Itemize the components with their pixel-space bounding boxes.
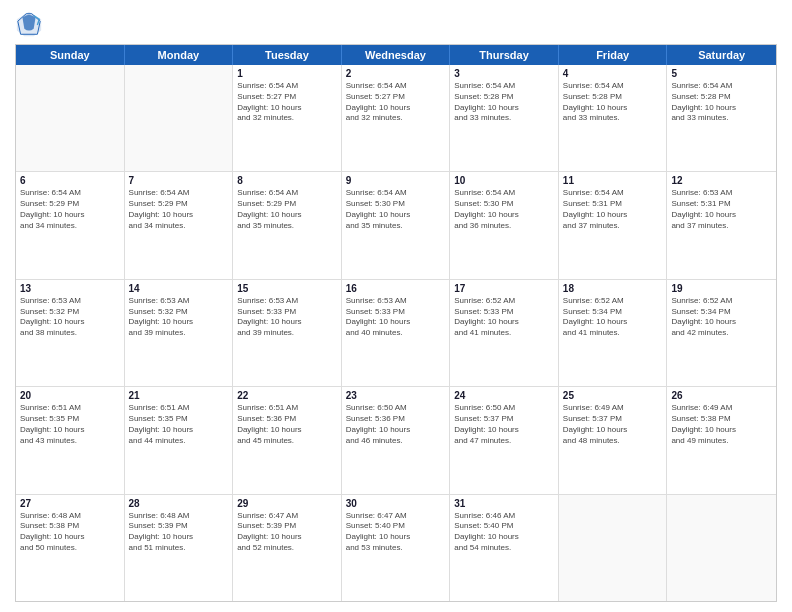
day-number: 7	[129, 175, 229, 186]
cal-cell: 29Sunrise: 6:47 AM Sunset: 5:39 PM Dayli…	[233, 495, 342, 601]
day-number: 4	[563, 68, 663, 79]
day-number: 20	[20, 390, 120, 401]
cal-cell	[667, 495, 776, 601]
day-number: 28	[129, 498, 229, 509]
cal-cell: 11Sunrise: 6:54 AM Sunset: 5:31 PM Dayli…	[559, 172, 668, 278]
day-number: 10	[454, 175, 554, 186]
cal-cell: 27Sunrise: 6:48 AM Sunset: 5:38 PM Dayli…	[16, 495, 125, 601]
day-info: Sunrise: 6:49 AM Sunset: 5:37 PM Dayligh…	[563, 403, 663, 446]
day-info: Sunrise: 6:54 AM Sunset: 5:29 PM Dayligh…	[20, 188, 120, 231]
cal-cell: 31Sunrise: 6:46 AM Sunset: 5:40 PM Dayli…	[450, 495, 559, 601]
header-day-friday: Friday	[559, 45, 668, 65]
day-info: Sunrise: 6:50 AM Sunset: 5:37 PM Dayligh…	[454, 403, 554, 446]
day-info: Sunrise: 6:50 AM Sunset: 5:36 PM Dayligh…	[346, 403, 446, 446]
day-number: 23	[346, 390, 446, 401]
cal-cell: 17Sunrise: 6:52 AM Sunset: 5:33 PM Dayli…	[450, 280, 559, 386]
day-info: Sunrise: 6:52 AM Sunset: 5:33 PM Dayligh…	[454, 296, 554, 339]
day-number: 9	[346, 175, 446, 186]
cal-cell: 9Sunrise: 6:54 AM Sunset: 5:30 PM Daylig…	[342, 172, 451, 278]
cal-cell	[16, 65, 125, 171]
day-info: Sunrise: 6:54 AM Sunset: 5:29 PM Dayligh…	[129, 188, 229, 231]
cal-cell: 18Sunrise: 6:52 AM Sunset: 5:34 PM Dayli…	[559, 280, 668, 386]
cal-cell: 20Sunrise: 6:51 AM Sunset: 5:35 PM Dayli…	[16, 387, 125, 493]
logo-icon	[15, 10, 43, 38]
cal-cell	[125, 65, 234, 171]
cal-cell: 4Sunrise: 6:54 AM Sunset: 5:28 PM Daylig…	[559, 65, 668, 171]
day-info: Sunrise: 6:51 AM Sunset: 5:35 PM Dayligh…	[20, 403, 120, 446]
day-number: 31	[454, 498, 554, 509]
day-number: 6	[20, 175, 120, 186]
day-info: Sunrise: 6:47 AM Sunset: 5:40 PM Dayligh…	[346, 511, 446, 554]
day-info: Sunrise: 6:54 AM Sunset: 5:27 PM Dayligh…	[346, 81, 446, 124]
week-row-3: 13Sunrise: 6:53 AM Sunset: 5:32 PM Dayli…	[16, 280, 776, 387]
week-row-4: 20Sunrise: 6:51 AM Sunset: 5:35 PM Dayli…	[16, 387, 776, 494]
day-info: Sunrise: 6:54 AM Sunset: 5:28 PM Dayligh…	[563, 81, 663, 124]
header-day-tuesday: Tuesday	[233, 45, 342, 65]
week-row-5: 27Sunrise: 6:48 AM Sunset: 5:38 PM Dayli…	[16, 495, 776, 601]
day-info: Sunrise: 6:54 AM Sunset: 5:27 PM Dayligh…	[237, 81, 337, 124]
day-number: 11	[563, 175, 663, 186]
cal-cell: 23Sunrise: 6:50 AM Sunset: 5:36 PM Dayli…	[342, 387, 451, 493]
page: SundayMondayTuesdayWednesdayThursdayFrid…	[0, 0, 792, 612]
day-number: 5	[671, 68, 772, 79]
day-info: Sunrise: 6:51 AM Sunset: 5:36 PM Dayligh…	[237, 403, 337, 446]
cal-cell: 30Sunrise: 6:47 AM Sunset: 5:40 PM Dayli…	[342, 495, 451, 601]
week-row-2: 6Sunrise: 6:54 AM Sunset: 5:29 PM Daylig…	[16, 172, 776, 279]
header-day-monday: Monday	[125, 45, 234, 65]
cal-cell: 5Sunrise: 6:54 AM Sunset: 5:28 PM Daylig…	[667, 65, 776, 171]
day-info: Sunrise: 6:49 AM Sunset: 5:38 PM Dayligh…	[671, 403, 772, 446]
cal-cell: 24Sunrise: 6:50 AM Sunset: 5:37 PM Dayli…	[450, 387, 559, 493]
cal-cell: 6Sunrise: 6:54 AM Sunset: 5:29 PM Daylig…	[16, 172, 125, 278]
day-info: Sunrise: 6:52 AM Sunset: 5:34 PM Dayligh…	[563, 296, 663, 339]
day-info: Sunrise: 6:54 AM Sunset: 5:30 PM Dayligh…	[454, 188, 554, 231]
day-info: Sunrise: 6:54 AM Sunset: 5:29 PM Dayligh…	[237, 188, 337, 231]
day-number: 30	[346, 498, 446, 509]
header-day-sunday: Sunday	[16, 45, 125, 65]
cal-cell: 10Sunrise: 6:54 AM Sunset: 5:30 PM Dayli…	[450, 172, 559, 278]
day-number: 19	[671, 283, 772, 294]
day-info: Sunrise: 6:53 AM Sunset: 5:33 PM Dayligh…	[346, 296, 446, 339]
day-number: 26	[671, 390, 772, 401]
day-number: 3	[454, 68, 554, 79]
header	[15, 10, 777, 38]
day-info: Sunrise: 6:47 AM Sunset: 5:39 PM Dayligh…	[237, 511, 337, 554]
day-number: 14	[129, 283, 229, 294]
day-info: Sunrise: 6:53 AM Sunset: 5:32 PM Dayligh…	[20, 296, 120, 339]
cal-cell: 2Sunrise: 6:54 AM Sunset: 5:27 PM Daylig…	[342, 65, 451, 171]
day-number: 1	[237, 68, 337, 79]
day-number: 21	[129, 390, 229, 401]
day-number: 17	[454, 283, 554, 294]
cal-cell: 1Sunrise: 6:54 AM Sunset: 5:27 PM Daylig…	[233, 65, 342, 171]
cal-cell: 28Sunrise: 6:48 AM Sunset: 5:39 PM Dayli…	[125, 495, 234, 601]
day-number: 22	[237, 390, 337, 401]
calendar: SundayMondayTuesdayWednesdayThursdayFrid…	[15, 44, 777, 602]
cal-cell: 15Sunrise: 6:53 AM Sunset: 5:33 PM Dayli…	[233, 280, 342, 386]
day-info: Sunrise: 6:53 AM Sunset: 5:32 PM Dayligh…	[129, 296, 229, 339]
day-info: Sunrise: 6:54 AM Sunset: 5:30 PM Dayligh…	[346, 188, 446, 231]
cal-cell: 22Sunrise: 6:51 AM Sunset: 5:36 PM Dayli…	[233, 387, 342, 493]
day-number: 12	[671, 175, 772, 186]
day-number: 2	[346, 68, 446, 79]
day-info: Sunrise: 6:46 AM Sunset: 5:40 PM Dayligh…	[454, 511, 554, 554]
calendar-header: SundayMondayTuesdayWednesdayThursdayFrid…	[16, 45, 776, 65]
cal-cell: 13Sunrise: 6:53 AM Sunset: 5:32 PM Dayli…	[16, 280, 125, 386]
day-number: 27	[20, 498, 120, 509]
day-number: 13	[20, 283, 120, 294]
header-day-thursday: Thursday	[450, 45, 559, 65]
day-number: 16	[346, 283, 446, 294]
day-number: 15	[237, 283, 337, 294]
cal-cell: 16Sunrise: 6:53 AM Sunset: 5:33 PM Dayli…	[342, 280, 451, 386]
day-info: Sunrise: 6:54 AM Sunset: 5:28 PM Dayligh…	[671, 81, 772, 124]
cal-cell: 21Sunrise: 6:51 AM Sunset: 5:35 PM Dayli…	[125, 387, 234, 493]
day-info: Sunrise: 6:53 AM Sunset: 5:31 PM Dayligh…	[671, 188, 772, 231]
logo	[15, 10, 47, 38]
cal-cell: 26Sunrise: 6:49 AM Sunset: 5:38 PM Dayli…	[667, 387, 776, 493]
day-info: Sunrise: 6:53 AM Sunset: 5:33 PM Dayligh…	[237, 296, 337, 339]
day-number: 24	[454, 390, 554, 401]
day-number: 29	[237, 498, 337, 509]
cal-cell: 25Sunrise: 6:49 AM Sunset: 5:37 PM Dayli…	[559, 387, 668, 493]
day-info: Sunrise: 6:48 AM Sunset: 5:39 PM Dayligh…	[129, 511, 229, 554]
day-info: Sunrise: 6:54 AM Sunset: 5:28 PM Dayligh…	[454, 81, 554, 124]
calendar-body: 1Sunrise: 6:54 AM Sunset: 5:27 PM Daylig…	[16, 65, 776, 601]
day-info: Sunrise: 6:54 AM Sunset: 5:31 PM Dayligh…	[563, 188, 663, 231]
